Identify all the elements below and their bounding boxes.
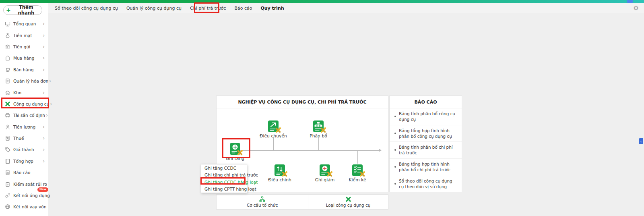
- connector-dieu-chuyen: [273, 137, 274, 150]
- new-badge: New: [37, 187, 48, 192]
- tab-quy-trinh[interactable]: Quy trình: [258, 6, 286, 11]
- tools-overlay-icon: [237, 150, 243, 156]
- sidebar-item-tien-luong[interactable]: Tiền lương ›: [0, 121, 48, 133]
- bank-icon: [4, 44, 10, 50]
- sidebar-item-gia-thanh[interactable]: Giá thành ›: [0, 144, 48, 155]
- sidebar-item-ket-noi-vay-von[interactable]: Kết nối vay vốn: [0, 201, 48, 212]
- plug-icon: [4, 193, 10, 199]
- sidebar-item-bao-cao[interactable]: Báo cáo: [0, 167, 48, 178]
- reports-list: Bảng tính phân bổ công cụ dụng cụ Bảng t…: [390, 108, 462, 192]
- sidebar-item-tong-hop[interactable]: Tổng hợp ›: [0, 156, 48, 167]
- tax-icon: [4, 135, 10, 141]
- bullet-icon: [394, 183, 396, 185]
- node-kiem-ke[interactable]: Kiểm kê: [339, 164, 376, 183]
- node-dieu-chinh[interactable]: Điều chỉnh: [262, 164, 298, 183]
- sidebar-item-cong-cu-dung-cu[interactable]: Công cụ dụng cụ ›: [0, 98, 48, 110]
- connector-phan-bo: [318, 137, 319, 150]
- decrease-icon: [320, 164, 330, 176]
- report-item[interactable]: Bảng tổng hợp tình hình phân bổ chi phí …: [390, 158, 462, 175]
- tools-icon: [345, 196, 351, 202]
- settings-gear-icon[interactable]: ⚙: [634, 5, 639, 11]
- node-ghi-tang[interactable]: Ghi tăng: [217, 143, 253, 161]
- sidebar-item-thue[interactable]: Thuế ›: [0, 133, 48, 144]
- process-panel-title: NGHIỆP VỤ CÔNG CỤ DỤNG CỤ, CHI PHÍ TRẢ T…: [217, 96, 388, 108]
- chevron-left-icon: ‹: [640, 139, 642, 143]
- fixed-asset-icon: [4, 112, 10, 118]
- menu-item-ghi-tang-ccdc[interactable]: Ghi tăng CCDC: [201, 164, 247, 172]
- sidebar: + Thêm nhanh Tổng quan › Tiền mặt › Tiền…: [0, 3, 48, 216]
- chevron-right-icon: ›: [43, 56, 45, 60]
- overview-icon: [4, 21, 10, 27]
- tab-quan-ly-ccdc[interactable]: Quản lý công cụ dụng cụ: [124, 6, 184, 11]
- chevron-right-icon: ›: [43, 147, 45, 152]
- plus-icon: +: [6, 7, 11, 13]
- sidebar-item-ban-hang[interactable]: Bán hàng ›: [0, 64, 48, 75]
- sidebar-item-tong-quan[interactable]: Tổng quan ›: [0, 18, 48, 29]
- sidebar-item-kho[interactable]: Kho ›: [0, 87, 48, 98]
- context-menu: Ghi tăng CCDC Ghi tăng chi phí trả trước…: [201, 164, 247, 193]
- increase-icon: [230, 143, 240, 155]
- chevron-right-icon: ›: [43, 21, 45, 26]
- tab-bao-cao[interactable]: Báo cáo: [232, 6, 254, 11]
- chevron-right-icon: ›: [43, 33, 45, 38]
- sidebar-item-mua-hang[interactable]: Mua hàng ›: [0, 52, 48, 64]
- connector-kiem-ke: [357, 150, 358, 164]
- menu-item-ghi-tang-ccdc-hang-loat[interactable]: Ghi tăng CCDC hàng loạt: [201, 179, 247, 186]
- node-phan-bo[interactable]: Phân bổ: [300, 120, 336, 139]
- bullet-icon: [394, 149, 396, 151]
- warehouse-icon: [4, 89, 10, 96]
- connector-ghi-giam: [325, 150, 325, 164]
- org-structure-button[interactable]: Cơ cấu tổ chức: [217, 195, 308, 209]
- tools-overlay-icon: [320, 127, 326, 133]
- tools-overlay-icon: [281, 171, 288, 177]
- report-item[interactable]: Bảng tổng hợp tình hình phân bổ công cụ …: [390, 125, 462, 142]
- report-item[interactable]: Bảng tính phân bổ chi phí trả trước: [390, 141, 462, 158]
- org-chart-icon: [259, 196, 265, 202]
- bullet-icon: [394, 133, 396, 134]
- chevron-right-icon: ›: [43, 90, 45, 95]
- tools-overlay-icon: [326, 171, 333, 177]
- node-ghi-giam[interactable]: Ghi giảm: [307, 164, 343, 183]
- chevron-right-icon: ›: [43, 44, 45, 49]
- allocate-icon: [313, 120, 324, 132]
- clipboard-icon: [4, 181, 10, 187]
- node-dieu-chuyen[interactable]: Điều chuyển: [255, 120, 291, 139]
- tab-so-theo-doi-ccdc[interactable]: Sổ theo dõi công cụ dụng cụ: [53, 6, 120, 11]
- menu-item-ghi-tang-cptt[interactable]: Ghi tăng chi phí trả trước: [201, 172, 247, 179]
- app-window: + Thêm nhanh Tổng quan › Tiền mặt › Tiền…: [0, 0, 644, 216]
- bullet-icon: [394, 166, 396, 168]
- sidebar-item-tien-gui[interactable]: Tiền gửi ›: [0, 41, 48, 52]
- payroll-icon: [4, 124, 10, 130]
- sidebar-item-tien-mat[interactable]: Tiền mặt ›: [0, 29, 48, 41]
- chevron-right-icon: ›: [49, 79, 51, 83]
- inventory-check-icon: [352, 164, 363, 176]
- report-item[interactable]: Bảng tính phân bổ công cụ dụng cụ: [390, 108, 462, 125]
- tools-overlay-icon: [275, 127, 281, 133]
- tool-type-button[interactable]: Loại công cụ dụng cụ: [308, 195, 388, 209]
- sidebar-item-tai-san-co-dinh[interactable]: Tài sản cố định ›: [0, 110, 48, 121]
- chevron-right-icon: ›: [43, 125, 45, 129]
- price-tag-icon: [4, 147, 10, 153]
- sidebar-menu: Tổng quan › Tiền mặt › Tiền gửi › Mua hà…: [0, 18, 48, 213]
- cash-icon: [4, 32, 10, 38]
- invoice-icon: [4, 78, 10, 84]
- chevron-right-icon: ›: [43, 136, 45, 141]
- cart-icon: [4, 66, 10, 73]
- menu-item-ghi-tang-cptt-hang-loat[interactable]: Ghi tăng CPTT hàng loạt: [201, 186, 247, 193]
- tab-bar: Sổ theo dõi công cụ dụng cụ Quản lý công…: [48, 3, 644, 13]
- report-item[interactable]: Sổ theo dõi công cụ dụng cụ theo đơn vị …: [390, 175, 462, 192]
- top-gradient-bar: [0, 0, 644, 3]
- tools-icon: [4, 101, 10, 107]
- tools-overlay-icon: [359, 171, 365, 177]
- loan-icon: [4, 204, 10, 210]
- shopping-bag-icon: [4, 55, 10, 61]
- notification-badge[interactable]: [627, 0, 633, 3]
- quick-add-button[interactable]: + Thêm nhanh: [3, 5, 42, 15]
- footer-action-bar: Cơ cấu tổ chức Loại công cụ dụng cụ: [216, 194, 388, 210]
- tab-chi-phi-tra-truoc[interactable]: Chi phí trả trước: [188, 6, 228, 11]
- chevron-right-icon: ›: [43, 67, 45, 72]
- reports-panel: BÁO CÁO Bảng tính phân bổ công cụ dụng c…: [389, 96, 462, 192]
- collapse-panel-toggle[interactable]: ‹: [639, 138, 643, 144]
- sidebar-item-ket-noi-ung-dung[interactable]: Kết nối ứng dụng New: [0, 190, 48, 201]
- sidebar-item-quan-ly-hoa-don[interactable]: Quản lý hóa đơn ›: [0, 75, 48, 87]
